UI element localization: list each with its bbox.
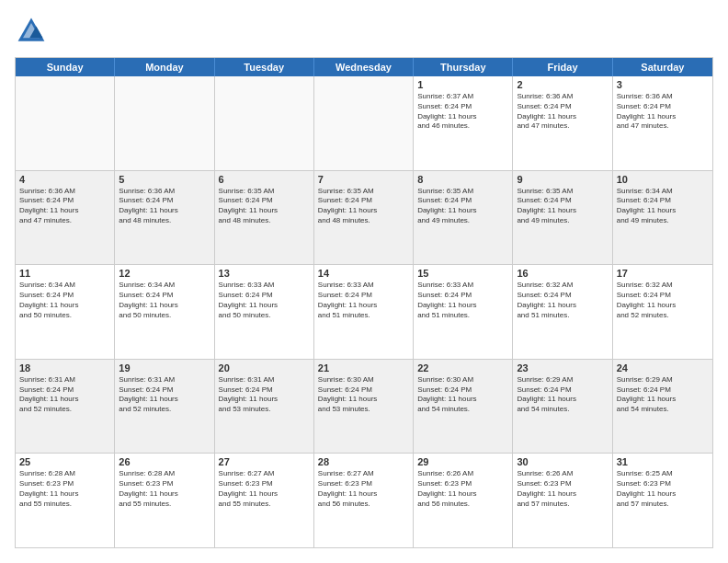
day-cell-15: 15Sunrise: 6:33 AM Sunset: 6:24 PM Dayli… <box>414 265 513 359</box>
weekday-header-wednesday: Wednesday <box>314 58 414 76</box>
day-cell-18: 18Sunrise: 6:31 AM Sunset: 6:24 PM Dayli… <box>16 360 115 454</box>
day-cell-1: 1Sunrise: 6:37 AM Sunset: 6:24 PM Daylig… <box>414 76 513 170</box>
day-number: 29 <box>417 456 508 467</box>
day-info: Sunrise: 6:33 AM Sunset: 6:24 PM Dayligh… <box>417 281 508 320</box>
day-number: 15 <box>417 268 508 279</box>
header <box>15 15 713 48</box>
logo <box>15 15 53 48</box>
day-number: 23 <box>517 362 608 373</box>
day-info: Sunrise: 6:33 AM Sunset: 6:24 PM Dayligh… <box>318 281 409 320</box>
weekday-header-saturday: Saturday <box>613 58 712 76</box>
weekday-header-thursday: Thursday <box>414 58 513 76</box>
day-info: Sunrise: 6:26 AM Sunset: 6:23 PM Dayligh… <box>517 469 608 509</box>
day-info: Sunrise: 6:35 AM Sunset: 6:24 PM Dayligh… <box>517 187 608 226</box>
empty-cell-0-1 <box>115 76 214 170</box>
day-info: Sunrise: 6:28 AM Sunset: 6:23 PM Dayligh… <box>119 469 210 509</box>
day-info: Sunrise: 6:34 AM Sunset: 6:24 PM Dayligh… <box>119 281 210 320</box>
day-cell-17: 17Sunrise: 6:32 AM Sunset: 6:24 PM Dayli… <box>613 265 712 359</box>
day-cell-24: 24Sunrise: 6:29 AM Sunset: 6:24 PM Dayli… <box>613 360 712 454</box>
calendar-body: 1Sunrise: 6:37 AM Sunset: 6:24 PM Daylig… <box>16 76 712 547</box>
day-number: 5 <box>119 174 210 185</box>
day-cell-4: 4Sunrise: 6:36 AM Sunset: 6:24 PM Daylig… <box>16 171 115 265</box>
day-info: Sunrise: 6:27 AM Sunset: 6:23 PM Dayligh… <box>219 469 310 509</box>
calendar: SundayMondayTuesdayWednesdayThursdayFrid… <box>15 57 713 548</box>
page: SundayMondayTuesdayWednesdayThursdayFrid… <box>0 0 728 563</box>
calendar-row-2: 4Sunrise: 6:36 AM Sunset: 6:24 PM Daylig… <box>16 171 712 266</box>
day-cell-25: 25Sunrise: 6:28 AM Sunset: 6:23 PM Dayli… <box>16 454 115 547</box>
day-info: Sunrise: 6:36 AM Sunset: 6:24 PM Dayligh… <box>19 187 110 226</box>
day-cell-29: 29Sunrise: 6:26 AM Sunset: 6:23 PM Dayli… <box>414 454 513 547</box>
empty-cell-0-0 <box>16 76 115 170</box>
day-cell-30: 30Sunrise: 6:26 AM Sunset: 6:23 PM Dayli… <box>513 454 612 547</box>
day-cell-22: 22Sunrise: 6:30 AM Sunset: 6:24 PM Dayli… <box>414 360 513 454</box>
calendar-header: SundayMondayTuesdayWednesdayThursdayFrid… <box>16 58 712 76</box>
day-number: 25 <box>19 456 110 467</box>
day-number: 9 <box>517 174 608 185</box>
day-info: Sunrise: 6:37 AM Sunset: 6:24 PM Dayligh… <box>417 92 508 132</box>
day-cell-5: 5Sunrise: 6:36 AM Sunset: 6:24 PM Daylig… <box>115 171 214 265</box>
day-info: Sunrise: 6:35 AM Sunset: 6:24 PM Dayligh… <box>318 187 409 226</box>
day-cell-20: 20Sunrise: 6:31 AM Sunset: 6:24 PM Dayli… <box>215 360 314 454</box>
day-cell-28: 28Sunrise: 6:27 AM Sunset: 6:23 PM Dayli… <box>314 454 414 547</box>
day-cell-31: 31Sunrise: 6:25 AM Sunset: 6:23 PM Dayli… <box>613 454 712 547</box>
day-number: 28 <box>318 456 409 467</box>
day-cell-7: 7Sunrise: 6:35 AM Sunset: 6:24 PM Daylig… <box>314 171 414 265</box>
logo-icon <box>15 15 48 48</box>
day-number: 1 <box>417 79 508 90</box>
weekday-header-friday: Friday <box>513 58 612 76</box>
day-number: 3 <box>617 79 709 90</box>
empty-cell-0-3 <box>314 76 414 170</box>
day-cell-3: 3Sunrise: 6:36 AM Sunset: 6:24 PM Daylig… <box>613 76 712 170</box>
day-number: 19 <box>119 362 210 373</box>
day-info: Sunrise: 6:36 AM Sunset: 6:24 PM Dayligh… <box>617 92 709 132</box>
day-info: Sunrise: 6:34 AM Sunset: 6:24 PM Dayligh… <box>617 187 709 226</box>
day-cell-14: 14Sunrise: 6:33 AM Sunset: 6:24 PM Dayli… <box>314 265 414 359</box>
day-info: Sunrise: 6:29 AM Sunset: 6:24 PM Dayligh… <box>517 375 608 415</box>
day-cell-16: 16Sunrise: 6:32 AM Sunset: 6:24 PM Dayli… <box>513 265 612 359</box>
day-info: Sunrise: 6:31 AM Sunset: 6:24 PM Dayligh… <box>119 375 210 415</box>
day-cell-23: 23Sunrise: 6:29 AM Sunset: 6:24 PM Dayli… <box>513 360 612 454</box>
day-number: 4 <box>19 174 110 185</box>
day-info: Sunrise: 6:25 AM Sunset: 6:23 PM Dayligh… <box>617 469 709 509</box>
day-info: Sunrise: 6:36 AM Sunset: 6:24 PM Dayligh… <box>517 92 608 132</box>
day-cell-8: 8Sunrise: 6:35 AM Sunset: 6:24 PM Daylig… <box>414 171 513 265</box>
day-number: 16 <box>517 268 608 279</box>
day-number: 2 <box>517 79 608 90</box>
day-info: Sunrise: 6:35 AM Sunset: 6:24 PM Dayligh… <box>417 187 508 226</box>
day-number: 14 <box>318 268 409 279</box>
day-cell-21: 21Sunrise: 6:30 AM Sunset: 6:24 PM Dayli… <box>314 360 414 454</box>
day-cell-2: 2Sunrise: 6:36 AM Sunset: 6:24 PM Daylig… <box>513 76 612 170</box>
day-cell-11: 11Sunrise: 6:34 AM Sunset: 6:24 PM Dayli… <box>16 265 115 359</box>
day-number: 11 <box>19 268 110 279</box>
day-number: 6 <box>219 174 310 185</box>
day-number: 20 <box>219 362 310 373</box>
day-info: Sunrise: 6:29 AM Sunset: 6:24 PM Dayligh… <box>617 375 709 415</box>
day-info: Sunrise: 6:31 AM Sunset: 6:24 PM Dayligh… <box>19 375 110 415</box>
day-info: Sunrise: 6:27 AM Sunset: 6:23 PM Dayligh… <box>318 469 409 509</box>
day-number: 27 <box>219 456 310 467</box>
weekday-header-sunday: Sunday <box>16 58 115 76</box>
day-info: Sunrise: 6:35 AM Sunset: 6:24 PM Dayligh… <box>219 187 310 226</box>
day-info: Sunrise: 6:30 AM Sunset: 6:24 PM Dayligh… <box>318 375 409 415</box>
day-number: 21 <box>318 362 409 373</box>
day-info: Sunrise: 6:32 AM Sunset: 6:24 PM Dayligh… <box>517 281 608 320</box>
day-number: 18 <box>19 362 110 373</box>
day-number: 26 <box>119 456 210 467</box>
day-cell-13: 13Sunrise: 6:33 AM Sunset: 6:24 PM Dayli… <box>215 265 314 359</box>
day-info: Sunrise: 6:28 AM Sunset: 6:23 PM Dayligh… <box>19 469 110 509</box>
day-number: 17 <box>617 268 709 279</box>
day-cell-10: 10Sunrise: 6:34 AM Sunset: 6:24 PM Dayli… <box>613 171 712 265</box>
day-number: 24 <box>617 362 709 373</box>
calendar-row-3: 11Sunrise: 6:34 AM Sunset: 6:24 PM Dayli… <box>16 265 712 360</box>
calendar-row-1: 1Sunrise: 6:37 AM Sunset: 6:24 PM Daylig… <box>16 76 712 171</box>
day-info: Sunrise: 6:33 AM Sunset: 6:24 PM Dayligh… <box>219 281 310 320</box>
day-number: 12 <box>119 268 210 279</box>
day-cell-26: 26Sunrise: 6:28 AM Sunset: 6:23 PM Dayli… <box>115 454 214 547</box>
day-cell-6: 6Sunrise: 6:35 AM Sunset: 6:24 PM Daylig… <box>215 171 314 265</box>
day-number: 30 <box>517 456 608 467</box>
weekday-header-tuesday: Tuesday <box>215 58 314 76</box>
calendar-row-5: 25Sunrise: 6:28 AM Sunset: 6:23 PM Dayli… <box>16 454 712 547</box>
day-cell-19: 19Sunrise: 6:31 AM Sunset: 6:24 PM Dayli… <box>115 360 214 454</box>
day-cell-27: 27Sunrise: 6:27 AM Sunset: 6:23 PM Dayli… <box>215 454 314 547</box>
day-number: 22 <box>417 362 508 373</box>
